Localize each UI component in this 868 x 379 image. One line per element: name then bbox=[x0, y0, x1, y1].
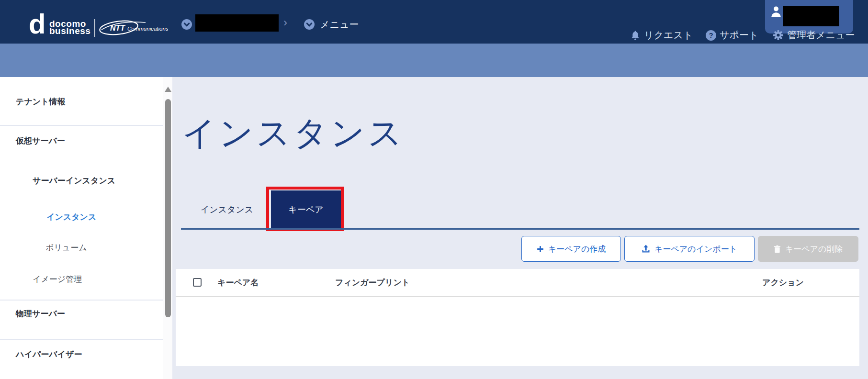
sidebar-divider bbox=[0, 339, 163, 340]
bell-icon bbox=[630, 30, 641, 41]
redacted-user-name bbox=[783, 6, 839, 26]
sidebar: テナント情報 仮想サーバー サーバーインスタンス インスタンス ボリューム イメ… bbox=[0, 77, 163, 379]
keypair-table: キーペア名 フィンガープリント アクション bbox=[176, 269, 859, 366]
sidebar-item-image-management[interactable]: イメージ管理 bbox=[33, 274, 82, 285]
svg-text:NTT: NTT bbox=[110, 24, 125, 32]
sidebar-item-virtual-server[interactable]: 仮想サーバー bbox=[16, 135, 65, 146]
table-empty-body bbox=[176, 297, 859, 365]
menu-button[interactable]: メニュー bbox=[320, 18, 359, 31]
button-label: キーペアの作成 bbox=[548, 244, 606, 255]
create-keypair-button[interactable]: キーペアの作成 bbox=[521, 236, 621, 262]
sidebar-item-tenant-info[interactable]: テナント情報 bbox=[16, 96, 66, 107]
import-keypair-button[interactable]: キーペアのインポート bbox=[624, 236, 755, 262]
scrollbar-thumb[interactable] bbox=[165, 99, 171, 317]
nav-item-label: サポート bbox=[720, 29, 758, 42]
main-content: インスタンス インスタンス キーペア キーペアの作成 キーペアのインポート bbox=[172, 77, 868, 379]
nav-item-label: 管理者メニュー bbox=[787, 29, 855, 42]
sidebar-item-volume[interactable]: ボリューム bbox=[45, 242, 87, 253]
page-title: インスタンス bbox=[182, 116, 405, 150]
select-all-checkbox[interactable] bbox=[193, 278, 202, 287]
gear-icon bbox=[773, 30, 784, 41]
screen: d docomo business NTT Communications › メ… bbox=[0, 0, 868, 379]
scrollbar-up-arrow-icon[interactable] bbox=[165, 87, 171, 92]
sidebar-item-instance[interactable]: インスタンス bbox=[46, 212, 96, 223]
nav-item-requests[interactable]: リクエスト bbox=[630, 29, 693, 42]
docomo-business-logo: docomo business bbox=[49, 20, 90, 34]
plus-icon bbox=[537, 245, 544, 253]
top-navbar: d docomo business NTT Communications › メ… bbox=[0, 0, 868, 44]
help-icon: ? bbox=[706, 30, 716, 41]
sidebar-scrollbar[interactable] bbox=[163, 77, 172, 379]
column-header-action: アクション bbox=[762, 277, 859, 288]
keypair-toolbar: キーペアの作成 キーペアのインポート キーペアの削除 bbox=[521, 236, 858, 262]
column-header-fingerprint: フィンガープリント bbox=[335, 277, 762, 288]
title-divider bbox=[181, 173, 859, 173]
chevron-down-circle-icon[interactable] bbox=[304, 19, 315, 30]
sidebar-item-hypervisor[interactable]: ハイパーバイザー bbox=[16, 349, 82, 360]
nav-item-admin-menu[interactable]: 管理者メニュー bbox=[773, 29, 855, 42]
breadcrumb-chevron-icon: › bbox=[283, 16, 287, 29]
tab-instance[interactable]: インスタンス bbox=[191, 190, 263, 228]
table-header-row: キーペア名 フィンガープリント アクション bbox=[176, 269, 859, 297]
nav-item-label: リクエスト bbox=[644, 29, 693, 42]
svg-text:Communications: Communications bbox=[127, 26, 168, 32]
column-header-keypair-name: キーペア名 bbox=[217, 277, 335, 288]
sidebar-divider bbox=[0, 125, 163, 126]
upload-icon bbox=[642, 245, 650, 253]
docomo-logo-line2: business bbox=[49, 27, 90, 34]
user-icon bbox=[770, 5, 782, 18]
button-label: キーペアのインポート bbox=[654, 244, 737, 255]
nav-item-support[interactable]: ? サポート bbox=[706, 29, 758, 42]
button-label: キーペアの削除 bbox=[785, 244, 843, 255]
sidebar-item-physical-server[interactable]: 物理サーバー bbox=[16, 308, 65, 319]
docomo-logo-icon: d bbox=[29, 11, 45, 36]
delete-keypair-button[interactable]: キーペアの削除 bbox=[758, 236, 858, 262]
trash-icon bbox=[774, 245, 781, 253]
redacted-tenant-selector[interactable] bbox=[195, 14, 279, 32]
sidebar-divider bbox=[0, 300, 163, 301]
chevron-down-circle-icon[interactable] bbox=[181, 19, 192, 30]
secondary-bar bbox=[0, 44, 868, 77]
tab-keypair[interactable]: キーペア bbox=[271, 190, 341, 228]
brand-separator bbox=[94, 19, 95, 37]
ntt-communications-logo: NTT Communications bbox=[99, 19, 168, 36]
sidebar-item-server-instance[interactable]: サーバーインスタンス bbox=[33, 175, 115, 186]
tab-underline bbox=[181, 228, 859, 230]
